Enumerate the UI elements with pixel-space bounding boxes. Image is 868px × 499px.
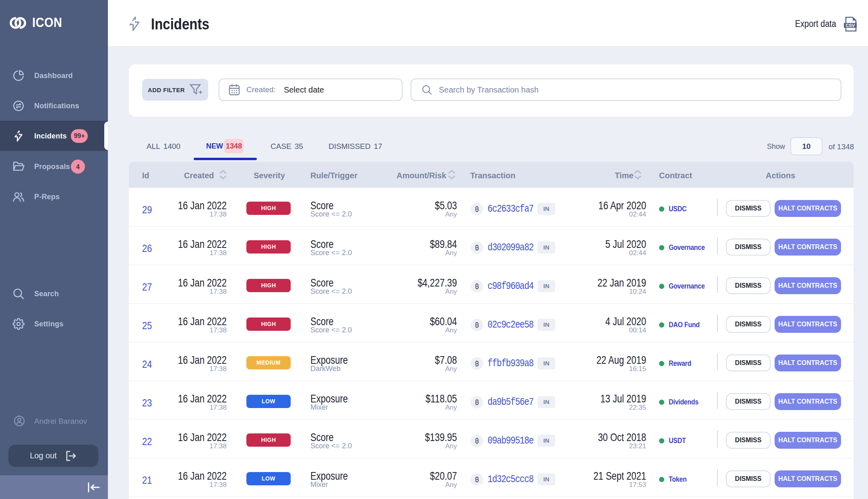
svg-text:CSV: CSV	[846, 23, 855, 28]
